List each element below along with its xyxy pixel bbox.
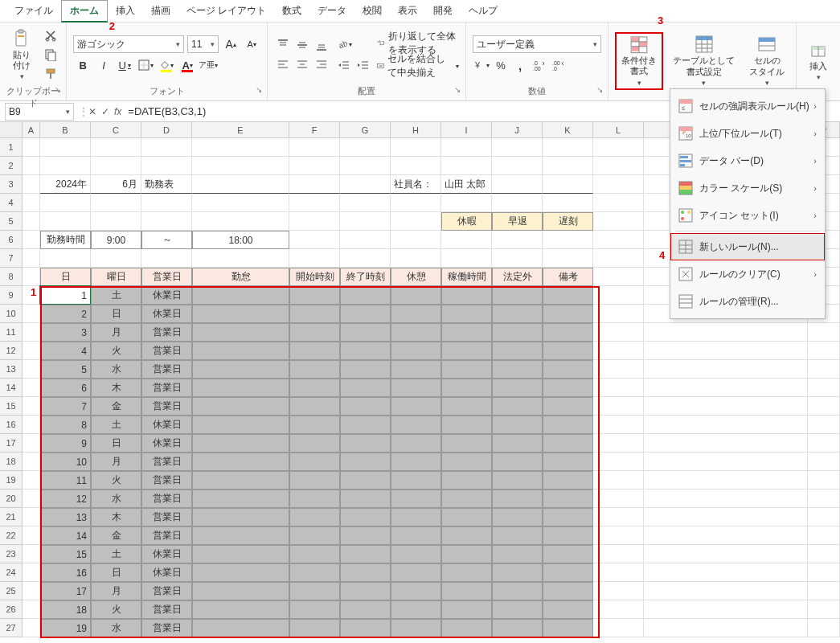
cell[interactable]	[808, 434, 840, 453]
cell[interactable]	[644, 545, 808, 563]
cell[interactable]	[340, 582, 391, 600]
cell[interactable]: 金	[91, 397, 141, 416]
cell[interactable]	[492, 175, 543, 194]
cell[interactable]	[543, 453, 593, 471]
cell[interactable]	[391, 231, 441, 249]
cell[interactable]	[23, 138, 40, 157]
cell[interactable]: 12	[40, 489, 91, 508]
cell[interactable]	[40, 194, 91, 212]
cell[interactable]	[23, 508, 40, 526]
cell[interactable]: 金	[91, 526, 141, 545]
cell[interactable]	[593, 453, 644, 471]
cell[interactable]	[644, 526, 808, 545]
cell[interactable]	[644, 619, 808, 637]
cell[interactable]	[391, 138, 441, 157]
row-header[interactable]: 19	[0, 471, 23, 489]
cell[interactable]	[289, 342, 340, 360]
cell[interactable]: 2024年	[40, 175, 91, 194]
cell[interactable]	[289, 379, 340, 397]
cell[interactable]	[192, 323, 289, 342]
cell[interactable]	[340, 526, 391, 545]
menu-insert[interactable]: 挿入	[108, 1, 143, 21]
cell[interactable]	[340, 360, 391, 379]
cell[interactable]	[391, 286, 441, 305]
cell[interactable]	[340, 471, 391, 489]
col-header[interactable]: H	[391, 122, 441, 138]
cell[interactable]	[391, 508, 441, 526]
cell[interactable]	[492, 138, 543, 157]
cell[interactable]	[391, 360, 441, 379]
cell[interactable]: 木	[91, 508, 141, 526]
cell[interactable]	[593, 600, 644, 619]
cell[interactable]	[593, 157, 644, 175]
format-painter-button[interactable]	[42, 65, 59, 83]
cell[interactable]	[289, 231, 340, 249]
row-header[interactable]: 13	[0, 360, 23, 379]
cell[interactable]	[441, 397, 492, 416]
dd-icon-sets[interactable]: アイコン セット(I)›	[670, 202, 825, 229]
cell[interactable]	[441, 360, 492, 379]
row-header[interactable]: 8	[0, 268, 23, 286]
align-left-button[interactable]	[274, 55, 292, 73]
cell[interactable]: 日	[91, 305, 141, 323]
cell[interactable]	[340, 138, 391, 157]
cell[interactable]	[492, 157, 543, 175]
cell[interactable]	[492, 508, 543, 526]
cell[interactable]	[593, 194, 644, 212]
cell[interactable]	[543, 545, 593, 563]
cell[interactable]	[391, 342, 441, 360]
cell[interactable]: 水	[91, 619, 141, 637]
cell[interactable]	[644, 342, 808, 360]
cell[interactable]: 営業日	[141, 471, 192, 489]
cell[interactable]	[192, 600, 289, 619]
cell[interactable]	[192, 526, 289, 545]
cell[interactable]: 稼働時間	[441, 268, 492, 286]
col-header[interactable]: E	[192, 122, 289, 138]
cell[interactable]	[808, 563, 840, 582]
cell[interactable]: 5	[40, 360, 91, 379]
cell[interactable]	[441, 286, 492, 305]
col-header[interactable]: A	[23, 122, 40, 138]
font-size-combo[interactable]: 11▾	[187, 35, 219, 53]
cell[interactable]: 営業日	[141, 379, 192, 397]
cell[interactable]	[23, 231, 40, 249]
cell[interactable]	[492, 305, 543, 323]
phonetic-button[interactable]: ア亜▾	[199, 56, 218, 74]
cell[interactable]	[23, 563, 40, 582]
cell[interactable]	[644, 360, 808, 379]
cell[interactable]	[644, 489, 808, 508]
cell[interactable]	[808, 508, 840, 526]
cell[interactable]	[192, 545, 289, 563]
cell[interactable]: 18	[40, 600, 91, 619]
cell[interactable]	[543, 600, 593, 619]
cell[interactable]	[192, 416, 289, 434]
cell[interactable]: 営業日	[141, 342, 192, 360]
cell[interactable]	[441, 305, 492, 323]
dd-data-bars[interactable]: データ バー(D)›	[670, 147, 825, 174]
cell[interactable]: 月	[91, 453, 141, 471]
cell[interactable]: 営業日	[141, 619, 192, 637]
cell[interactable]	[340, 212, 391, 231]
cell[interactable]	[593, 489, 644, 508]
font-dialog-icon[interactable]: ↘	[256, 85, 262, 94]
underline-button[interactable]: U▾	[115, 56, 134, 74]
cell[interactable]	[192, 249, 289, 268]
cell[interactable]: 営業日	[141, 508, 192, 526]
cell[interactable]	[543, 526, 593, 545]
row-header[interactable]: 12	[0, 342, 23, 360]
cell[interactable]: 日	[91, 563, 141, 582]
cell[interactable]: 法定外	[492, 268, 543, 286]
cell[interactable]	[141, 157, 192, 175]
cell[interactable]	[543, 175, 593, 194]
cell[interactable]	[91, 138, 141, 157]
cell[interactable]	[492, 194, 543, 212]
cell[interactable]	[492, 545, 543, 563]
cell[interactable]: 休憩	[391, 268, 441, 286]
cell[interactable]	[289, 305, 340, 323]
cell[interactable]	[340, 489, 391, 508]
col-header[interactable]: D	[141, 122, 192, 138]
cell[interactable]	[340, 249, 391, 268]
cell[interactable]	[23, 471, 40, 489]
cell[interactable]	[593, 360, 644, 379]
cell[interactable]	[192, 157, 289, 175]
